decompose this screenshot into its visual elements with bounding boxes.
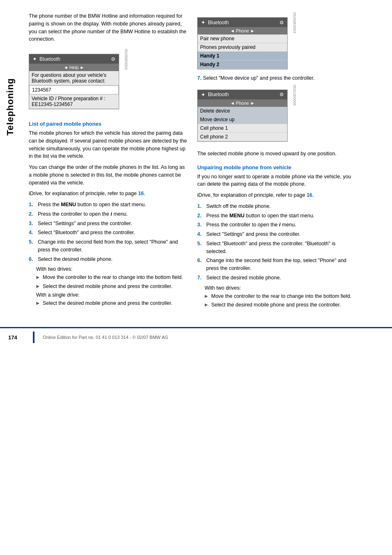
two-drives-label: With two drives:: [36, 266, 189, 272]
section2-idrive-ref: iDrive, for explanation of principle, re…: [197, 191, 353, 199]
bt-row-pair-new: Pair new phone: [198, 35, 287, 43]
step-6: 6. Select the desired mobile phone.: [29, 256, 189, 263]
section1-para2: You can change the order of the mobile p…: [29, 164, 189, 187]
bt-row-number: 1234567: [29, 85, 119, 94]
bt-row-handy1: Handy 1: [198, 52, 287, 60]
note-after-box2: The selected mobile phone is moved upwar…: [197, 150, 353, 158]
sec2-step-7: 7. Select the desired mobile phone.: [197, 274, 353, 282]
bt-display-right2: ✦ Bluetooth ⚙ ◄ Phone ► Delete device Mo…: [197, 90, 288, 142]
page: Telephoning The phone number of the BMW …: [0, 0, 392, 555]
bluetooth-box-right2: ✦ Bluetooth ⚙ ◄ Phone ► Delete device Mo…: [197, 85, 288, 147]
bt-nav-left: ◄ Help ►: [29, 64, 119, 71]
main-content: The phone number of the BMW Hotline and …: [25, 0, 392, 319]
bt-row-phones-paired: Phones previously paired: [198, 43, 287, 52]
step7-num: 7.: [197, 75, 201, 81]
sec2-two-drives-label: With two drives:: [205, 285, 353, 291]
bt-header-left: ✦ Bluetooth ⚙: [29, 54, 119, 64]
single-drive-item-1: ► Select the desired mobile phone and pr…: [35, 299, 189, 307]
bt-row-help-text: For questions about your vehicle'sBlueto…: [29, 71, 119, 85]
bt-row-cell2: Cell phone 2: [198, 133, 287, 141]
sec2-step-1: 1. Switch off the mobile phone.: [197, 203, 353, 210]
bt-row-cell1: Cell phone 1: [198, 124, 287, 133]
right-column: ✦ Bluetooth ⚙ ◄ Phone ► Pair new phone P…: [197, 12, 353, 311]
sec2-two-drives-list: ► Move the controller to the rear to cha…: [204, 292, 353, 309]
bluetooth-box-left: ✦ Bluetooth ⚙ ◄ Help ► For questions abo…: [29, 49, 119, 114]
bluetooth-box-right1: ✦ Bluetooth ⚙ ◄ Phone ► Pair new phone P…: [197, 12, 288, 74]
sec2-step-3: 3. Press the controller to open the i me…: [197, 221, 353, 229]
menu-bold-2: MENU: [229, 213, 244, 219]
bt-row-handy2: Handy 2: [198, 60, 287, 69]
footer-bar: [33, 332, 35, 343]
section2-para1: If you no longer want to operate a mobil…: [197, 173, 353, 189]
bt-header-right1: ✦ Bluetooth ⚙: [198, 18, 287, 27]
section1-heading: List of paired mobile phones: [29, 121, 189, 127]
gear-icon-left: ⚙: [111, 56, 115, 62]
bt-title-left: Bluetooth: [39, 56, 60, 62]
sec2-step-4: 4. Select "Settings" and press the contr…: [197, 230, 353, 238]
step-1: 1. Press the MENU button to open the sta…: [29, 201, 189, 209]
footer-text: Online Edition for Part no. 01 41 0 013 …: [43, 335, 168, 340]
bt-row-delete: Delete device: [198, 107, 287, 115]
menu-bold-1: MENU: [61, 202, 76, 207]
bt-title-right1: Bluetooth: [208, 20, 229, 25]
gear-icon-right1: ⚙: [279, 20, 284, 25]
i-menu-icon-2: i: [279, 222, 280, 228]
single-drive-label: With a single drive:: [36, 292, 189, 298]
gear-icon-right2: ⚙: [279, 92, 284, 97]
bt-display-left: ✦ Bluetooth ⚙ ◄ Help ► For questions abo…: [29, 54, 119, 109]
step-5: 5. Change into the second field from the…: [29, 238, 189, 254]
sec2-step-6: 6. Change into the second field from the…: [197, 257, 353, 272]
bt-side-label-left: 05285E0003: [124, 49, 128, 114]
bluetooth-icon-left: ✦: [32, 56, 37, 62]
bt-row-move-up: Move device up: [198, 115, 287, 124]
sec2-step-2: 2. Press the MENU button to open the sta…: [197, 212, 353, 220]
two-drives-item-2: ► Select the desired mobile phone and pr…: [35, 283, 189, 290]
two-drives-item-1: ► Move the controller to the rear to cha…: [35, 274, 189, 281]
sidebar-label-text: Telephoning: [5, 78, 16, 136]
section2-page-link[interactable]: 16: [307, 192, 312, 198]
left-column: The phone number of the BMW Hotline and …: [29, 12, 189, 311]
step-4: 4. Select "Bluetooth" and press the cont…: [29, 229, 189, 237]
two-drives-list: ► Move the controller to the rear to cha…: [35, 274, 189, 290]
bluetooth-icon-right1: ✦: [201, 19, 205, 25]
step7-text: Select "Move device up" and press the co…: [203, 75, 315, 81]
bt-side-label-right2: 05311E0006: [293, 85, 297, 147]
sec2-two-drives-item-2: ► Select the desired mobile phone and pr…: [204, 301, 353, 309]
sidebar-label: Telephoning: [0, 25, 21, 189]
sec2-two-drives-item-1: ► Move the controller to the rear to cha…: [204, 292, 353, 300]
sec2-step-5: 5. Select "Bluetooth" and press the cont…: [197, 240, 353, 256]
section1-para1: The mobile phones for which the vehicle …: [29, 129, 189, 160]
single-drive-list: ► Select the desired mobile phone and pr…: [35, 299, 189, 307]
footer: 174 Online Edition for Part no. 01 41 0 …: [0, 327, 392, 346]
i-menu-icon-1: i: [111, 211, 112, 217]
section1-page-link[interactable]: 16: [138, 191, 144, 196]
bt-side-label-right1: 05294E0003: [293, 12, 297, 74]
step-3: 3. Select "Settings" and press the contr…: [29, 220, 189, 228]
page-number: 174: [8, 334, 25, 341]
section1-steps: 1. Press the MENU button to open the sta…: [29, 201, 189, 263]
step-2: 2. Press the controller to open the i me…: [29, 210, 189, 218]
section2-steps: 1. Switch off the mobile phone. 2. Press…: [197, 203, 353, 282]
bluetooth-icon-right2: ✦: [201, 92, 205, 98]
section2-heading: Unpairing mobile phone from vehicle: [197, 164, 353, 170]
intro-paragraph: The phone number of the BMW Hotline and …: [29, 12, 189, 43]
bt-nav-right2: ◄ Phone ►: [198, 99, 287, 107]
bt-title-right2: Bluetooth: [208, 92, 229, 97]
right-step7: 7. Select "Move device up" and press the…: [197, 74, 353, 82]
bt-display-right1: ✦ Bluetooth ⚙ ◄ Phone ► Pair new phone P…: [197, 17, 288, 69]
bt-nav-right1: ◄ Phone ►: [198, 27, 287, 35]
bt-row-vehicle-id: Vehicle ID / Phone preparation # :EE1234…: [29, 94, 119, 109]
bt-header-right2: ✦ Bluetooth ⚙: [198, 90, 287, 99]
section1-idrive-ref: iDrive, for explanation of principle, re…: [29, 190, 189, 198]
